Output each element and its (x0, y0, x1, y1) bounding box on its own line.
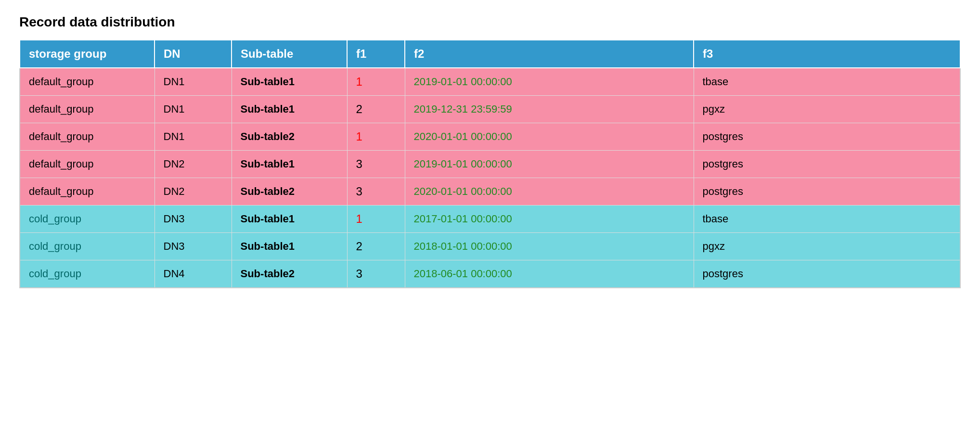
cell-subtable: Sub-table2 (232, 260, 347, 288)
table-row: default_groupDN1Sub-table112019-01-01 00… (20, 68, 960, 96)
cell-storage-group: cold_group (20, 206, 155, 233)
cell-storage-group: cold_group (20, 233, 155, 260)
cell-f1: 1 (347, 206, 405, 233)
cell-f3: postgres (694, 151, 960, 178)
cell-dn: DN1 (155, 68, 232, 96)
cell-dn: DN1 (155, 123, 232, 151)
cell-f2: 2020-01-01 00:00:00 (405, 178, 694, 206)
cell-dn: DN3 (155, 206, 232, 233)
cell-subtable: Sub-table1 (232, 151, 347, 178)
cell-subtable: Sub-table1 (232, 96, 347, 123)
cell-dn: DN2 (155, 151, 232, 178)
cell-dn: DN1 (155, 96, 232, 123)
table-row: default_groupDN2Sub-table232020-01-01 00… (20, 178, 960, 206)
cell-dn: DN3 (155, 233, 232, 260)
cell-f1: 2 (347, 233, 405, 260)
header-storage-group: storage group (20, 40, 155, 68)
cell-f3: tbase (694, 206, 960, 233)
header-f3: f3 (694, 40, 960, 68)
cell-f3: postgres (694, 178, 960, 206)
table-row: cold_groupDN4Sub-table232018-06-01 00:00… (20, 260, 960, 288)
header-dn: DN (155, 40, 232, 68)
cell-subtable: Sub-table1 (232, 68, 347, 96)
cell-f1: 2 (347, 96, 405, 123)
header-f2: f2 (405, 40, 694, 68)
cell-storage-group: default_group (20, 96, 155, 123)
header-subtable: Sub-table (232, 40, 347, 68)
table-row: default_groupDN1Sub-table212020-01-01 00… (20, 123, 960, 151)
cell-storage-group: cold_group (20, 260, 155, 288)
cell-f1: 3 (347, 178, 405, 206)
cell-subtable: Sub-table1 (232, 233, 347, 260)
header-f1: f1 (347, 40, 405, 68)
cell-dn: DN4 (155, 260, 232, 288)
table-row: default_groupDN1Sub-table122019-12-31 23… (20, 96, 960, 123)
cell-subtable: Sub-table1 (232, 206, 347, 233)
cell-f3: pgxz (694, 96, 960, 123)
page-title: Record data distribution (19, 14, 961, 30)
cell-f3: postgres (694, 260, 960, 288)
cell-f3: tbase (694, 68, 960, 96)
table-row: cold_groupDN3Sub-table112017-01-01 00:00… (20, 206, 960, 233)
cell-storage-group: default_group (20, 123, 155, 151)
cell-storage-group: default_group (20, 68, 155, 96)
cell-f1: 3 (347, 151, 405, 178)
cell-f3: postgres (694, 123, 960, 151)
cell-f3: pgxz (694, 233, 960, 260)
cell-storage-group: default_group (20, 151, 155, 178)
table-row: cold_groupDN3Sub-table122018-01-01 00:00… (20, 233, 960, 260)
cell-f2: 2017-01-01 00:00:00 (405, 206, 694, 233)
table-row: default_groupDN2Sub-table132019-01-01 00… (20, 151, 960, 178)
cell-f2: 2020-01-01 00:00:00 (405, 123, 694, 151)
data-table: storage group DN Sub-table f1 f2 f3 defa… (19, 39, 961, 288)
cell-f2: 2019-01-01 00:00:00 (405, 151, 694, 178)
cell-f1: 1 (347, 68, 405, 96)
cell-subtable: Sub-table2 (232, 123, 347, 151)
cell-storage-group: default_group (20, 178, 155, 206)
cell-f1: 3 (347, 260, 405, 288)
cell-f1: 1 (347, 123, 405, 151)
cell-f2: 2019-12-31 23:59:59 (405, 96, 694, 123)
table-header-row: storage group DN Sub-table f1 f2 f3 (20, 40, 960, 68)
cell-subtable: Sub-table2 (232, 178, 347, 206)
cell-f2: 2019-01-01 00:00:00 (405, 68, 694, 96)
cell-f2: 2018-01-01 00:00:00 (405, 233, 694, 260)
cell-dn: DN2 (155, 178, 232, 206)
cell-f2: 2018-06-01 00:00:00 (405, 260, 694, 288)
